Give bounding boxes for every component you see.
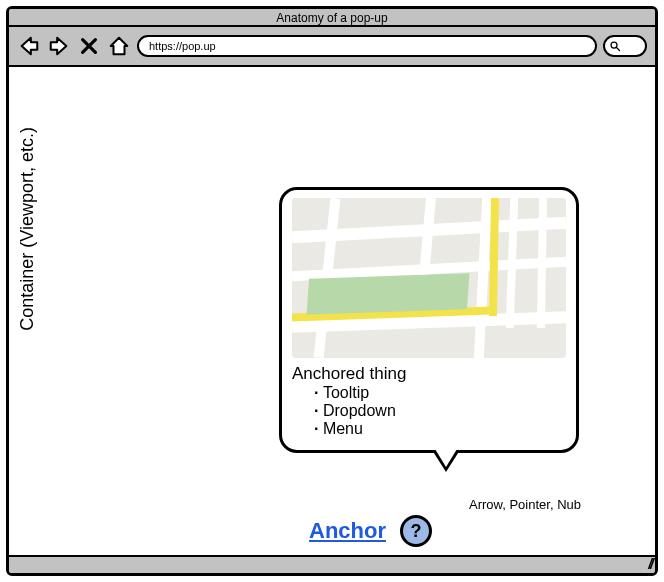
svg-line-1 bbox=[617, 48, 620, 51]
window-title: Anatomy of a pop-up bbox=[9, 9, 655, 27]
browser-window: Anatomy of a pop-up https://pop.up Conta… bbox=[6, 6, 658, 576]
arrow-label: Arrow, Pointer, Nub bbox=[469, 497, 581, 512]
back-icon[interactable] bbox=[17, 34, 41, 58]
search-icon bbox=[609, 40, 621, 52]
stop-icon[interactable] bbox=[77, 34, 101, 58]
status-bar: // bbox=[9, 555, 655, 573]
home-icon[interactable] bbox=[107, 34, 131, 58]
list-item: Menu bbox=[314, 420, 566, 438]
url-text: https://pop.up bbox=[149, 37, 216, 55]
popup-heading: Anchored thing bbox=[292, 364, 566, 384]
help-icon[interactable]: ? bbox=[400, 515, 432, 547]
url-input[interactable]: https://pop.up bbox=[137, 35, 597, 57]
list-item: Tooltip bbox=[314, 384, 566, 402]
browser-toolbar: https://pop.up bbox=[9, 27, 655, 67]
window-title-text: Anatomy of a pop-up bbox=[276, 11, 387, 25]
popup: Anchored thing Tooltip Dropdown Menu bbox=[279, 187, 579, 453]
forward-icon[interactable] bbox=[47, 34, 71, 58]
popup-list: Tooltip Dropdown Menu bbox=[292, 384, 566, 438]
anchor-row: Anchor ? bbox=[309, 515, 432, 547]
viewport-content: Container (Viewport, etc.) Anchored thin… bbox=[9, 67, 655, 555]
anchor-link[interactable]: Anchor bbox=[309, 518, 386, 544]
resize-grip-icon[interactable]: // bbox=[648, 556, 652, 572]
list-item: Dropdown bbox=[314, 402, 566, 420]
map-image bbox=[292, 198, 566, 358]
help-icon-text: ? bbox=[411, 521, 422, 542]
container-label: Container (Viewport, etc.) bbox=[17, 127, 38, 331]
search-button[interactable] bbox=[603, 35, 647, 57]
